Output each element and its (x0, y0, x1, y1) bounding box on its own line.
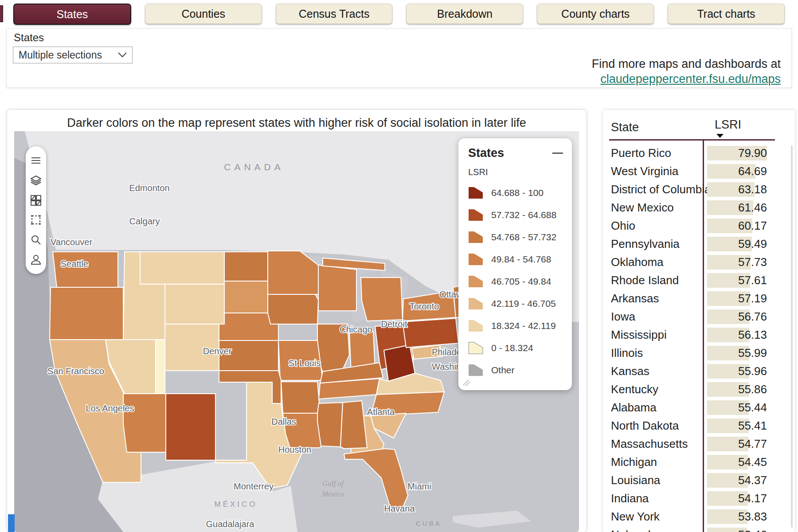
layers-icon[interactable] (30, 174, 42, 187)
state-cell: Puerto Rico (611, 146, 671, 160)
basemap-icon[interactable] (30, 194, 42, 207)
state-cell: District of Columbia (611, 183, 711, 196)
table-row[interactable]: Nebraska53.46 (603, 526, 795, 532)
table-row[interactable]: Iowa56.76 (603, 308, 795, 326)
table-row[interactable]: Michigan54.45 (603, 453, 795, 471)
column-header-lsri[interactable]: LSRI (715, 118, 741, 132)
state-pa[interactable] (403, 318, 458, 348)
region-label: MÉXICO (214, 500, 257, 509)
state-cell: Louisiana (611, 473, 660, 487)
lsri-cell: 59.49 (707, 237, 767, 251)
lsri-cell: 54.77 (707, 437, 767, 451)
search-icon[interactable] (30, 234, 42, 246)
filter-panel: States Multiple selections Find more map… (6, 28, 792, 88)
table-row[interactable]: New Mexico61.46 (603, 199, 795, 217)
table-row[interactable]: Massachusetts54.77 (603, 435, 795, 453)
legend-swatch (468, 320, 483, 332)
state-nm[interactable] (166, 394, 215, 460)
selection-icon[interactable] (30, 214, 42, 226)
table-row[interactable]: North Dakota55.41 (603, 417, 795, 435)
legend-item-label: 49.84 - 54.768 (491, 254, 551, 265)
lsri-cell: 57.73 (707, 255, 767, 269)
account-icon[interactable] (30, 254, 42, 266)
table-row[interactable]: Louisiana54.37 (603, 471, 795, 489)
state-wa[interactable] (53, 252, 118, 287)
city-label: Dallas (271, 417, 296, 426)
legend-swatch (468, 297, 483, 310)
table-row[interactable]: West Virginia64.69 (603, 162, 795, 180)
legend-item: Other (468, 359, 572, 381)
table-row[interactable]: New York53.83 (603, 508, 795, 526)
legend-item-label: 42.119 - 46.705 (491, 298, 556, 309)
city-label: San Francisco (47, 366, 104, 376)
lsri-cell: 55.96 (707, 364, 767, 378)
legend-resize-handle[interactable] (462, 378, 471, 387)
tab-breakdown[interactable]: Breakdown (406, 4, 523, 24)
state-wi[interactable] (318, 265, 356, 311)
table-row[interactable]: Illinois55.99 (603, 344, 795, 362)
column-header-state[interactable]: State (611, 121, 639, 134)
state-cell: Rhode Island (611, 274, 679, 287)
state-cell: Massachusetts (611, 437, 688, 451)
table-row[interactable]: Rhode Island57.61 (603, 271, 795, 289)
state-cell: Nebraska (611, 528, 660, 532)
state-wy[interactable] (165, 284, 224, 324)
table-row[interactable]: Kentucky55.86 (603, 380, 795, 399)
table-row[interactable]: Alabama55.44 (603, 399, 795, 417)
city-label: Vancouver (51, 237, 92, 247)
chevron-down-icon (118, 52, 127, 58)
legend-item: 54.768 - 57.732 (468, 226, 572, 248)
tab-census-tracts[interactable]: Census Tracts (276, 4, 393, 24)
map-title: Darker colors on the map represent state… (7, 110, 586, 130)
maps-link[interactable]: claudepeppercenter.fsu.edu/maps (600, 72, 781, 86)
city-label: Toronto (410, 301, 439, 311)
lsri-table: State LSRI Puerto Rico79.90West Virginia… (603, 110, 795, 532)
state-cell: North Dakota (611, 419, 679, 433)
state-nd[interactable] (224, 252, 268, 281)
lsri-cell: 79.90 (707, 146, 767, 160)
city-label: Detroit (381, 319, 407, 329)
promo-text: Find more maps and dashboards at claudep… (592, 56, 781, 86)
state-sd[interactable] (224, 281, 268, 313)
states-dropdown[interactable]: Multiple selections (13, 47, 133, 63)
lsri-cell: 55.41 (707, 419, 767, 433)
state-az[interactable] (123, 394, 166, 452)
region-label: CANADA (224, 162, 284, 172)
legend-items: 64.688 - 10057.732 - 64.68854.768 - 57.7… (468, 182, 572, 381)
table-row[interactable]: Indiana54.17 (603, 489, 795, 508)
city-label: Monterrey (234, 481, 274, 491)
state-cell: Oklahoma (611, 255, 664, 269)
tab-tract-charts[interactable]: Tract charts (668, 4, 785, 24)
tab-counties[interactable]: Counties (145, 4, 262, 24)
table-scrollbar[interactable] (791, 145, 793, 528)
state-or[interactable] (50, 287, 123, 340)
legend-field-label: LSRI (468, 167, 572, 177)
map-edge-accent (8, 514, 15, 532)
state-cell: Arkansas (611, 292, 659, 305)
legend-item-label: 57.732 - 64.688 (491, 210, 556, 220)
legend-swatch (468, 275, 483, 288)
state-ms[interactable] (317, 403, 343, 447)
city-label: Edmonton (129, 183, 169, 193)
table-row[interactable]: Mississippi56.13 (603, 326, 795, 344)
state-mi[interactable] (361, 278, 403, 321)
lsri-cell: 53.83 (707, 510, 767, 524)
table-row[interactable]: Puerto Rico79.90 (603, 144, 795, 162)
city-label: Seattle (61, 259, 88, 269)
table-row[interactable]: Arkansas57.19 (603, 289, 795, 308)
table-row[interactable]: Oklahoma57.73 (603, 253, 795, 271)
table-row[interactable]: Kansas55.96 (603, 362, 795, 380)
state-mt[interactable] (140, 252, 224, 284)
table-row[interactable]: Ohio60.17 (603, 217, 795, 235)
tab-county-charts[interactable]: County charts (537, 4, 654, 24)
legend-item: 57.732 - 64.688 (468, 204, 572, 226)
menu-icon[interactable] (30, 154, 42, 167)
states-dropdown-value: Multiple selections (19, 49, 102, 61)
legend-collapse-icon[interactable] (552, 153, 563, 154)
tab-states[interactable]: States (13, 4, 131, 25)
region-label: CUBA (416, 520, 442, 527)
state-ia[interactable] (268, 294, 318, 324)
table-row[interactable]: District of Columbia63.18 (603, 180, 795, 199)
table-row[interactable]: Pennsylvania59.49 (603, 235, 795, 253)
state-ar[interactable] (281, 382, 320, 413)
